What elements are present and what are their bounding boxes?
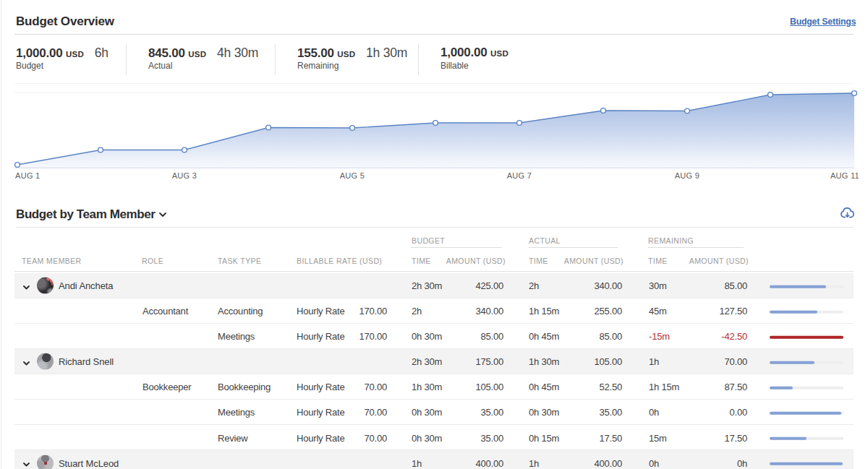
svg-text:AUG 3: AUG 3: [172, 171, 197, 180]
svg-text:AUG 7: AUG 7: [507, 171, 532, 180]
svg-text:AUG 9: AUG 9: [675, 171, 700, 180]
svg-text:AUG 11: AUG 11: [830, 171, 859, 180]
svg-text:AUG 1: AUG 1: [15, 171, 41, 180]
svg-text:AUG 5: AUG 5: [340, 171, 365, 180]
